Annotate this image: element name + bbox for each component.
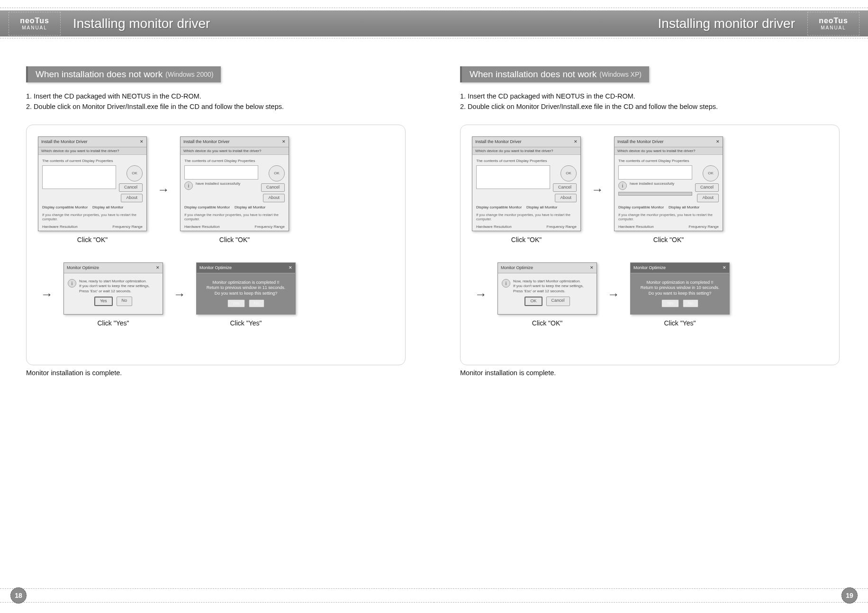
close-icon: ✕: [716, 139, 720, 144]
yes-button[interactable]: Yes: [661, 299, 679, 308]
dialog-install-driver-2: Install the Monitor Driver✕ Which device…: [614, 136, 723, 231]
step-2: 2. Double click on Monitor Driver/Instal…: [460, 101, 840, 112]
header-title-left: Installing monitor driver: [73, 16, 210, 31]
top-dashed-rule: [0, 8, 868, 8]
ok-button[interactable]: OK: [127, 165, 143, 181]
shot-b: Install the Monitor Driver✕ Which device…: [614, 136, 723, 243]
caption-a: Click "OK": [511, 236, 542, 243]
shot-a: Install the Monitor Driver ✕ Which devic…: [38, 136, 147, 243]
footer-right: Monitor installation is complete.: [460, 369, 840, 377]
about-button[interactable]: About: [263, 194, 285, 202]
info-icon: i: [68, 279, 76, 288]
info-icon: i: [618, 181, 627, 190]
shot-d: Monitor Optimize✕ Monitor optimization i…: [196, 262, 296, 327]
progress-label: have installed successfully: [196, 181, 240, 186]
step-2: 2. Double click on Monitor Driver/Instal…: [26, 101, 406, 112]
no-button[interactable]: No: [249, 299, 265, 308]
arrow-icon: →: [38, 287, 56, 302]
cancel-button[interactable]: Cancel: [546, 297, 570, 306]
cancel-button[interactable]: Cancel: [553, 183, 577, 192]
dialog-titlebar: Install the Monitor Driver ✕: [38, 137, 146, 147]
section-main: When installation does not work: [36, 69, 163, 80]
screenshot-panel-left: Install the Monitor Driver ✕ Which devic…: [26, 125, 406, 365]
dialog-install-driver-1: Install the Monitor Driver ✕ Which devic…: [38, 136, 147, 231]
shot-b: Install the Monitor Driver✕ Which device…: [180, 136, 289, 243]
header-band: neoTus MANUAL Installing monitor driver …: [0, 10, 868, 36]
yes-button[interactable]: Yes: [227, 299, 245, 308]
ok-button[interactable]: OK: [524, 297, 542, 306]
shot-c: Monitor Optimize✕ i Now, ready to start …: [497, 262, 597, 327]
device-list: [476, 165, 550, 189]
close-icon: ✕: [723, 265, 726, 270]
page-left: When installation does not work (Windows…: [0, 47, 434, 377]
progress-bar: [618, 192, 692, 196]
panel-label: The contents of current Display Properti…: [42, 159, 143, 163]
close-icon: ✕: [574, 139, 578, 144]
arrow-icon: →: [154, 182, 172, 197]
close-icon: ✕: [156, 265, 160, 270]
page-number-bar-right: 19: [434, 588, 868, 603]
fine-print: If you change the monitor properties, yo…: [42, 213, 143, 222]
dialog-optimize-done: Monitor Optimize✕ Monitor optimization i…: [630, 262, 730, 315]
freq-label: Frequency Range: [112, 225, 143, 229]
yes-button[interactable]: Yes: [94, 297, 113, 306]
ok-button[interactable]: OK: [269, 165, 285, 181]
arrow-icon: →: [588, 182, 606, 197]
check-all: Display all Monitor: [92, 205, 123, 210]
row-1: Install the Monitor Driver✕ Which device…: [472, 136, 828, 243]
steps-left: 1. Insert the CD packaged with NEOTUS in…: [26, 91, 406, 112]
device-list: [184, 165, 258, 180]
header-left: neoTus MANUAL Installing monitor driver: [0, 12, 210, 36]
device-list: [618, 165, 692, 180]
arrow-icon: →: [605, 287, 623, 302]
bottom-dashed-rule: [0, 38, 868, 38]
caption-a: Click "OK": [77, 236, 108, 243]
no-button[interactable]: No: [683, 299, 699, 308]
arrow-icon: →: [171, 287, 189, 302]
page-number-right: 19: [841, 587, 858, 604]
info-icon: i: [502, 279, 510, 288]
ok-button[interactable]: OK: [703, 165, 719, 181]
footer-left: Monitor installation is complete.: [26, 369, 406, 377]
close-icon: ✕: [282, 139, 286, 144]
no-button[interactable]: No: [117, 297, 133, 306]
cancel-button[interactable]: Cancel: [261, 183, 285, 192]
close-icon: ✕: [590, 265, 594, 270]
shot-c: Monitor Optimize✕ i Now, ready to start …: [63, 262, 163, 327]
shot-d: Monitor Optimize✕ Monitor optimization i…: [630, 262, 730, 327]
brand-sub: MANUAL: [22, 25, 47, 30]
dialog-install-driver-1: Install the Monitor Driver✕ Which device…: [472, 136, 581, 231]
caption-d: Click "Yes": [230, 319, 262, 327]
row-2: → Monitor Optimize✕ i Now, ready to star…: [38, 262, 394, 327]
dialog-subtitle: Which device do you want to install the …: [38, 147, 146, 155]
brand-logo-right: neoTus MANUAL: [807, 12, 859, 36]
arrow-icon: →: [472, 287, 490, 302]
page-right: When installation does not work (Windows…: [434, 47, 868, 377]
section-sub: (Windows XP): [599, 71, 642, 78]
ok-button[interactable]: OK: [561, 165, 577, 181]
cancel-button[interactable]: Cancel: [695, 183, 719, 192]
section-heading-wxp: When installation does not work (Windows…: [460, 66, 649, 82]
close-icon: ✕: [289, 265, 292, 270]
section-main: When installation does not work: [470, 69, 597, 80]
hw-label: Hardware Resolution: [42, 225, 78, 229]
dialog-install-driver-2: Install the Monitor Driver✕ Which device…: [180, 136, 289, 231]
about-button[interactable]: About: [555, 194, 577, 202]
about-button[interactable]: About: [697, 194, 719, 202]
device-list: [42, 165, 116, 189]
screenshot-panel-right: Install the Monitor Driver✕ Which device…: [460, 125, 840, 365]
header-title-right: Installing monitor driver: [658, 16, 795, 31]
row-1: Install the Monitor Driver ✕ Which devic…: [38, 136, 394, 243]
brand-sub: MANUAL: [821, 25, 846, 30]
cancel-button[interactable]: Cancel: [119, 183, 143, 192]
row-2: → Monitor Optimize✕ i Now, ready to star…: [472, 262, 828, 327]
step-1: 1. Insert the CD packaged with NEOTUS in…: [26, 91, 406, 101]
dialog-optimize-done: Monitor Optimize✕ Monitor optimization i…: [196, 262, 296, 315]
caption-c: Click "OK": [532, 319, 562, 327]
caption-b: Click "OK": [653, 236, 684, 243]
section-heading-w2000: When installation does not work (Windows…: [26, 66, 221, 82]
header-right: Installing monitor driver neoTus MANUAL: [658, 12, 868, 36]
steps-right: 1. Insert the CD packaged with NEOTUS in…: [460, 91, 840, 112]
caption-b: Click "OK": [219, 236, 250, 243]
about-button[interactable]: About: [121, 194, 143, 202]
